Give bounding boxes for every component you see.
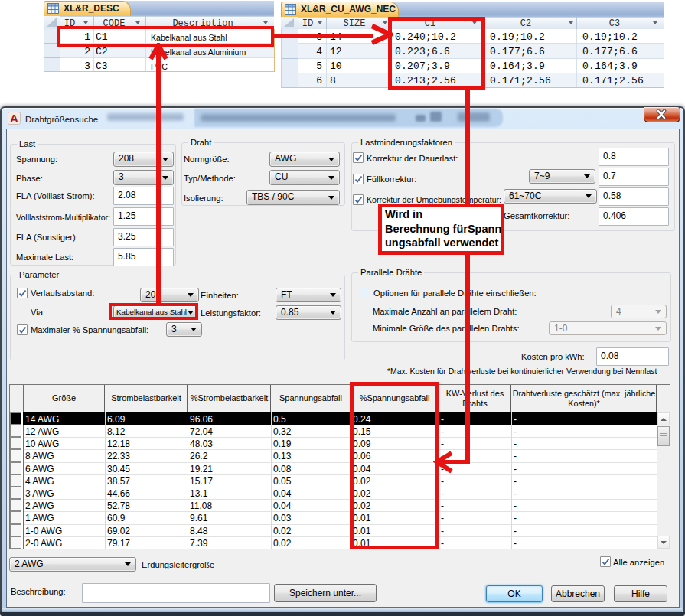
svg-text:A: A xyxy=(10,112,18,125)
